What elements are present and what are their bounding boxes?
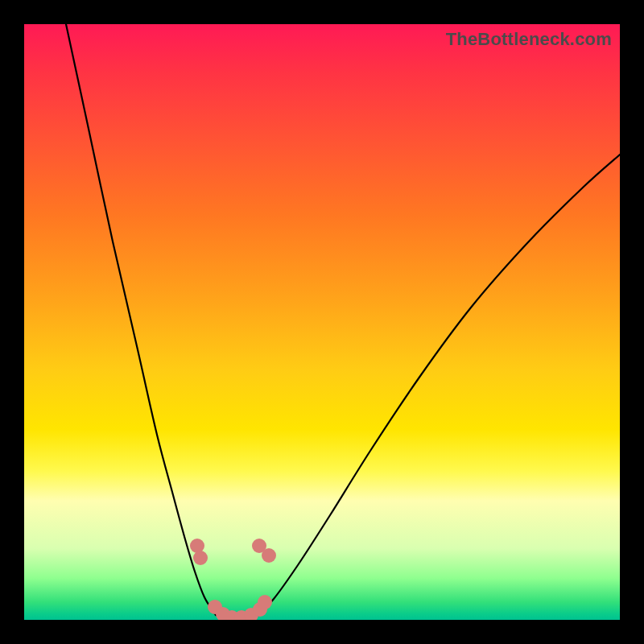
data-marker <box>193 551 208 565</box>
curve-right-branch <box>258 155 620 615</box>
curve-left-branch <box>66 24 216 615</box>
data-marker <box>262 548 276 563</box>
plot-area: TheBottleneck.com <box>24 24 620 620</box>
curve-layer <box>24 24 620 620</box>
data-marker <box>258 595 272 609</box>
chart-outer: TheBottleneck.com <box>0 0 644 644</box>
marker-group <box>190 539 276 620</box>
